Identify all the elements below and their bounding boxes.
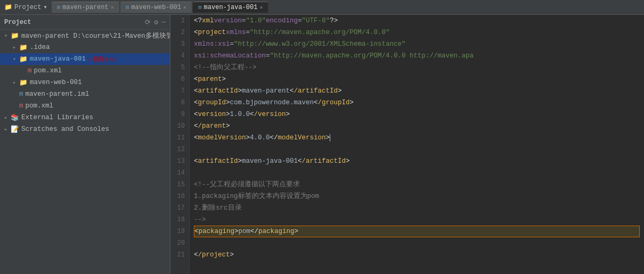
line-number-6: 6 [175, 73, 185, 85]
line-number-4: 4 [175, 50, 185, 62]
line-number-17: 17 [175, 202, 185, 214]
settings-icon[interactable]: ⚙ [154, 18, 158, 27]
code-line-16: 1.packaging标签的文本内容设置为pom [194, 190, 640, 202]
maven-icon: m [19, 102, 23, 110]
sidebar-item-pom-xml-1[interactable]: mpom.xml [0, 65, 170, 77]
tree-arrow: ▸ [4, 126, 11, 132]
maven-tab-icon: m [57, 4, 61, 11]
item-label: .idea [30, 44, 50, 51]
line-number-20: 20 [175, 237, 185, 249]
folder-icon: 📁 [19, 43, 28, 52]
code-line-8: <groupId>com.bjpowernode.maven</groupId> [194, 97, 640, 109]
sidebar-header: Project ⟳ ⚙ — [0, 15, 170, 30]
sidebar-item-idea-folder[interactable]: ▸📁.idea [0, 41, 170, 53]
item-label: pom.xml [26, 102, 54, 110]
tab-label: maven-parent [62, 4, 108, 11]
code-line-5: <!--指向父工程--> [194, 62, 640, 73]
line-number-5: 5 [175, 62, 185, 73]
tab-maven-parent[interactable]: m maven-parent ✕ [52, 2, 119, 13]
annotation-text: 删除src [93, 55, 116, 63]
code-line-17: 2.删除src目录 [194, 202, 640, 214]
line-number-11: 11 [175, 132, 185, 144]
ext-lib-icon: 📚 [11, 113, 19, 122]
sidebar-item-maven-parent-root[interactable]: ▾📁maven-parent D:\course\21-Maven多模块管理\c… [0, 30, 170, 41]
sidebar-tree: ▾📁maven-parent D:\course\21-Maven多模块管理\c… [0, 30, 170, 135]
folder-icon: 📁 [4, 3, 12, 11]
tab-maven-java-001[interactable]: m maven-java-001 ✕ [193, 2, 268, 13]
editor-area: 123456789101112131415161718192021 <?xml … [170, 15, 644, 274]
line-number-1: 1 [175, 15, 185, 27]
sidebar-icons: ⟳ ⚙ — [145, 18, 166, 27]
tree-arrow: ▸ [13, 79, 19, 86]
scratches-icon: 📝 [11, 125, 19, 134]
tab-close-icon[interactable]: ✕ [183, 4, 186, 11]
item-label: pom.xml [34, 67, 62, 74]
sidebar-item-external-libraries[interactable]: ▸📚External Libraries [0, 112, 170, 123]
line-number-9: 9 [175, 109, 185, 120]
line-number-2: 2 [175, 27, 185, 38]
code-line-19: <packaging>pom</packaging> [194, 226, 640, 237]
item-label: maven-java-001 [30, 55, 86, 63]
code-line-11: <modelVersion>4.0.0</modelVersion> [194, 132, 640, 144]
code-line-18: --> [194, 214, 640, 226]
item-label: External Libraries [21, 114, 93, 121]
line-number-12: 12 [175, 144, 185, 155]
code-line-13: <artifactId>maven-java-001</artifactId> [194, 155, 640, 167]
annotation-arrow: → [88, 55, 92, 63]
tree-arrow: ▸ [13, 44, 19, 51]
tab-label: maven-web-001 [131, 4, 181, 11]
code-line-3: xmlns:xsi="http://www.w3.org/2001/XMLSch… [194, 38, 640, 50]
line-numbers: 123456789101112131415161718192021 [170, 15, 190, 274]
line-number-18: 18 [175, 214, 185, 226]
minimize-icon[interactable]: — [161, 18, 166, 27]
line-number-10: 10 [175, 120, 185, 132]
code-line-7: <artifactId>maven-parent</artifactId> [194, 85, 640, 97]
item-label: maven-parent D:\course\21-Maven多模块管理\co [21, 31, 170, 40]
iml-icon: m [19, 90, 23, 98]
code-line-4: xsi:schemaLocation="http://maven.apache.… [194, 50, 640, 62]
folder-icon: 📁 [19, 55, 28, 63]
line-number-14: 14 [175, 167, 185, 179]
sidebar-item-maven-parent-iml[interactable]: mmaven-parent.iml [0, 88, 170, 100]
dropdown-arrow[interactable]: ▾ [43, 3, 47, 11]
sidebar-item-scratches[interactable]: ▸📝Scratches and Consoles [0, 123, 170, 135]
code-line-2: <project xmlns="http://maven.apache.org/… [194, 27, 640, 38]
tree-arrow: ▸ [4, 114, 11, 121]
folder-icon: 📁 [19, 78, 28, 87]
tab-close-icon[interactable]: ✕ [259, 4, 263, 11]
item-label: Scratches and Consoles [21, 126, 109, 133]
line-number-15: 15 [175, 179, 185, 190]
sync-icon[interactable]: ⟳ [145, 18, 151, 27]
tree-arrow: ▾ [4, 32, 11, 39]
maven-icon: m [28, 67, 32, 74]
tab-close-icon[interactable]: ✕ [111, 4, 114, 11]
code-line-1: <?xml version="1.0" encoding="UTF-8"?> [194, 15, 640, 27]
line-number-7: 7 [175, 85, 185, 97]
sidebar: Project ⟳ ⚙ — ▾📁maven-parent D:\course\2… [0, 15, 170, 274]
line-number-8: 8 [175, 97, 185, 109]
maven-tab-icon: m [126, 4, 129, 11]
item-label: maven-parent.iml [26, 90, 89, 98]
code-line-12 [194, 144, 640, 155]
tab-maven-web-001[interactable]: m maven-web-001 ✕ [120, 2, 192, 13]
code-line-20 [194, 237, 640, 249]
title-bar: 📁 Project ▾ m maven-parent ✕m maven-web-… [0, 0, 644, 15]
code-container[interactable]: 123456789101112131415161718192021 <?xml … [170, 15, 644, 274]
maven-tab-icon: m [198, 4, 202, 11]
item-label: maven-web-001 [30, 79, 82, 86]
line-number-16: 16 [175, 190, 185, 202]
editor-tabs: m maven-parent ✕m maven-web-001 ✕m maven… [52, 2, 640, 13]
sidebar-title: Project [4, 19, 31, 26]
code-line-6: <parent> [194, 73, 640, 85]
line-number-3: 3 [175, 38, 185, 50]
main-content: Project ⟳ ⚙ — ▾📁maven-parent D:\course\2… [0, 15, 644, 274]
sidebar-item-maven-web-001-folder[interactable]: ▸📁maven-web-001 [0, 77, 170, 88]
line-number-13: 13 [175, 155, 185, 167]
code-line-21: </project> [194, 249, 640, 261]
code-line-10: </parent> [194, 120, 640, 132]
sidebar-item-maven-java-001-folder[interactable]: ▾📁maven-java-001→ 删除src [0, 53, 170, 65]
sidebar-item-pom-xml-2[interactable]: mpom.xml [0, 100, 170, 112]
tab-label: maven-java-001 [204, 4, 258, 11]
folder-icon: 📁 [11, 31, 19, 40]
code-content[interactable]: <?xml version="1.0" encoding="UTF-8"?><p… [190, 15, 644, 274]
